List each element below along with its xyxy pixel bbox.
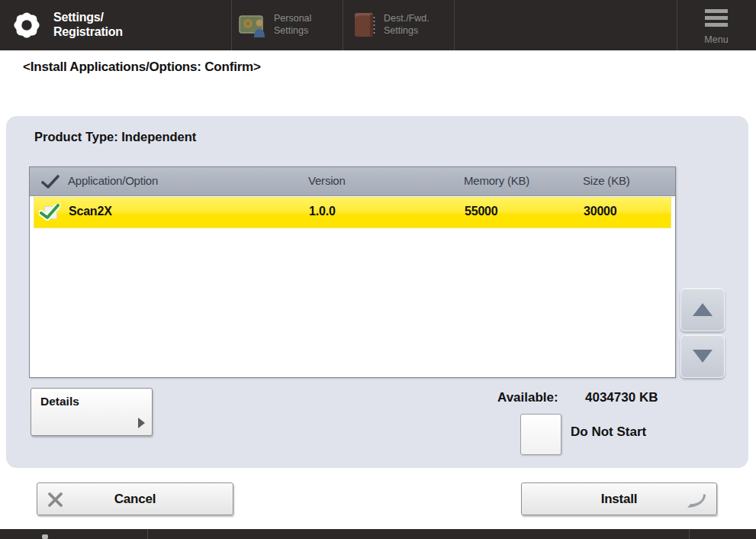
table-row[interactable]: Scan2X 1.0.0 55000 30000 [34, 197, 671, 228]
details-button-label: Details [40, 395, 79, 408]
arrow-right-icon [138, 418, 145, 428]
settings-registration-header: Settings/ Registration [0, 0, 231, 50]
status-icon [42, 534, 48, 539]
check-icon [40, 175, 60, 189]
hamburger-icon [705, 9, 728, 30]
install-button[interactable]: Install [521, 483, 717, 515]
personal-settings-label: Personal Settings [274, 13, 311, 37]
triangle-up-icon [693, 303, 713, 316]
row-application-name: Scan2X [69, 205, 112, 218]
row-memory: 55000 [465, 205, 498, 218]
applications-list: Application/Option Version Memory (KB) S… [29, 166, 676, 378]
address-book-icon [353, 12, 378, 38]
topbar-divider [454, 0, 455, 50]
statusbar-divider [689, 529, 690, 539]
top-bar: Settings/ Registration Personal Settings [0, 0, 756, 50]
confirm-panel: Product Type: Independent Application/Op… [6, 116, 748, 468]
do-not-start-checkbox[interactable] [520, 414, 561, 455]
status-bar [0, 529, 756, 539]
device-screen: Settings/ Registration Personal Settings [0, 0, 756, 539]
row-size: 30000 [584, 205, 617, 218]
available-value: 4034730 KB [585, 390, 658, 405]
row-version: 1.0.0 [309, 205, 336, 218]
statusbar-divider [147, 529, 148, 539]
scroll-up-button[interactable] [680, 288, 725, 331]
scroll-down-button[interactable] [680, 334, 725, 378]
personal-settings-icon [239, 13, 268, 37]
product-type-label: Product Type: Independent [34, 130, 196, 144]
return-arrow-icon [686, 492, 706, 509]
triangle-down-icon [693, 350, 713, 363]
menu-button[interactable]: Menu [677, 0, 756, 50]
menu-label: Menu [677, 34, 756, 45]
dest-fwd-settings-button[interactable]: Dest./Fwd. Settings [343, 0, 454, 50]
list-header: Application/Option Version Memory (KB) S… [30, 167, 675, 196]
page-title: Settings/ Registration [53, 11, 123, 40]
x-icon [47, 491, 64, 508]
green-check-icon [39, 204, 60, 221]
cancel-button[interactable]: Cancel [37, 483, 233, 515]
cancel-button-label: Cancel [114, 492, 156, 507]
column-header-version: Version [308, 174, 346, 187]
available-label: Available: [497, 390, 558, 405]
details-button[interactable]: Details [31, 388, 153, 436]
do-not-start-label: Do Not Start [571, 424, 646, 440]
column-header-size: Size (KB) [583, 174, 630, 187]
gear-icon [9, 8, 44, 43]
column-header-application: Application/Option [68, 174, 158, 187]
personal-settings-button[interactable]: Personal Settings [231, 0, 343, 50]
screen-heading: <Install Applications/Options: Confirm> [23, 60, 261, 75]
install-button-label: Install [601, 492, 638, 507]
column-header-memory: Memory (KB) [464, 174, 529, 187]
dest-fwd-settings-label: Dest./Fwd. Settings [384, 13, 429, 37]
